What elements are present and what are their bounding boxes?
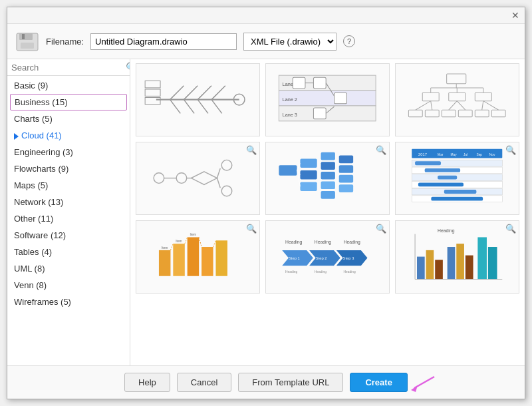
category-wireframes[interactable]: Wireframes (5) bbox=[7, 294, 130, 310]
svg-line-60 bbox=[217, 168, 221, 178]
svg-text:Item: Item bbox=[176, 240, 182, 244]
svg-text:Heading: Heading bbox=[344, 240, 361, 246]
template-card-9[interactable]: 🔍 Heading bbox=[395, 220, 519, 294]
new-diagram-dialog: ✕ Filename: XML File (.drawio) SVG (.svg… bbox=[7, 7, 525, 399]
svg-point-56 bbox=[221, 160, 232, 171]
svg-rect-123 bbox=[426, 250, 434, 280]
header-help-icon[interactable]: ? bbox=[343, 35, 355, 47]
category-engineering[interactable]: Engineering (3) bbox=[7, 144, 130, 160]
svg-rect-30 bbox=[447, 74, 466, 84]
close-button[interactable]: ✕ bbox=[510, 10, 521, 21]
svg-rect-73 bbox=[339, 175, 353, 183]
category-flowcharts[interactable]: Flowcharts (9) bbox=[7, 160, 130, 177]
search-input[interactable] bbox=[11, 63, 123, 73]
category-other[interactable]: Other (11) bbox=[7, 210, 130, 227]
template-diagram-5 bbox=[272, 146, 383, 210]
svg-rect-33 bbox=[475, 93, 492, 101]
svg-marker-55 bbox=[192, 172, 217, 184]
svg-rect-45 bbox=[475, 110, 489, 117]
svg-rect-74 bbox=[339, 185, 353, 193]
svg-line-52 bbox=[483, 101, 499, 110]
svg-text:Lane 2: Lane 2 bbox=[283, 97, 297, 102]
search-icon: 🔍 bbox=[126, 62, 130, 73]
help-button[interactable]: Help bbox=[124, 373, 170, 392]
svg-rect-98 bbox=[174, 244, 185, 277]
svg-rect-24 bbox=[314, 78, 327, 89]
svg-line-50 bbox=[458, 101, 466, 110]
category-basic[interactable]: Basic (9) bbox=[7, 77, 130, 94]
svg-rect-3 bbox=[21, 43, 34, 49]
template-card-6[interactable]: 🔍 2017 Mar May Jul Sep Nov bbox=[395, 142, 519, 215]
svg-text:Step 3: Step 3 bbox=[343, 257, 354, 261]
body-row: 🔍 Basic (9) Business (15) Charts (5) Clo… bbox=[7, 59, 525, 365]
sidebar: 🔍 Basic (9) Business (15) Charts (5) Clo… bbox=[7, 59, 130, 365]
svg-rect-126 bbox=[457, 244, 465, 280]
svg-rect-46 bbox=[492, 110, 506, 117]
svg-line-105 bbox=[213, 241, 216, 248]
category-cloud[interactable]: Cloud (41) bbox=[7, 127, 130, 144]
category-venn[interactable]: Venn (8) bbox=[7, 277, 130, 294]
svg-rect-16 bbox=[145, 98, 160, 104]
svg-text:Heading: Heading bbox=[315, 240, 332, 246]
svg-rect-96 bbox=[432, 197, 483, 201]
category-tables[interactable]: Tables (4) bbox=[7, 244, 130, 260]
svg-rect-68 bbox=[321, 172, 335, 180]
template-grid: Lane 1 Lane 2 Lane 3 bbox=[130, 59, 525, 365]
svg-text:Mar: Mar bbox=[438, 153, 444, 156]
svg-rect-101 bbox=[216, 241, 227, 276]
category-software[interactable]: Software (12) bbox=[7, 227, 130, 244]
svg-line-7 bbox=[198, 86, 212, 100]
category-charts[interactable]: Charts (5) bbox=[7, 110, 130, 127]
svg-line-10 bbox=[184, 100, 195, 114]
svg-rect-122 bbox=[417, 257, 425, 280]
template-card-3[interactable] bbox=[395, 63, 519, 136]
filename-input[interactable] bbox=[90, 33, 237, 50]
svg-rect-2 bbox=[22, 34, 25, 39]
svg-rect-129 bbox=[488, 247, 497, 280]
svg-text:Heading: Heading bbox=[344, 270, 356, 274]
svg-rect-127 bbox=[466, 256, 473, 280]
template-card-7[interactable]: 🔍 Item Item Item bbox=[136, 220, 260, 294]
svg-rect-128 bbox=[478, 238, 487, 280]
template-diagram-2: Lane 1 Lane 2 Lane 3 bbox=[272, 67, 383, 132]
template-url-button[interactable]: From Template URL bbox=[238, 373, 343, 392]
svg-line-103 bbox=[185, 238, 188, 244]
svg-line-47 bbox=[416, 101, 431, 110]
svg-rect-97 bbox=[159, 250, 170, 276]
category-network[interactable]: Network (13) bbox=[7, 194, 130, 210]
svg-rect-41 bbox=[409, 110, 423, 117]
svg-text:Jul: Jul bbox=[464, 153, 467, 156]
arrow-indicator bbox=[408, 373, 441, 393]
create-button[interactable]: Create bbox=[350, 373, 407, 392]
template-card-4[interactable]: 🔍 bbox=[136, 142, 260, 215]
filetype-select[interactable]: XML File (.drawio) SVG (.svg) PNG (.png) bbox=[243, 33, 336, 51]
zoom-icon-9: 🔍 bbox=[505, 224, 516, 234]
zoom-icon-7: 🔍 bbox=[246, 224, 257, 234]
svg-line-102 bbox=[171, 244, 174, 251]
zoom-icon-8: 🔍 bbox=[376, 224, 386, 234]
svg-text:Step 1: Step 1 bbox=[289, 257, 300, 261]
svg-text:2017: 2017 bbox=[418, 152, 427, 156]
svg-rect-67 bbox=[321, 162, 335, 170]
svg-rect-70 bbox=[321, 191, 335, 199]
category-business[interactable]: Business (15) bbox=[10, 94, 127, 110]
cancel-button[interactable]: Cancel bbox=[177, 373, 231, 392]
svg-line-61 bbox=[217, 178, 221, 188]
title-bar: ✕ bbox=[7, 7, 525, 24]
template-card-8[interactable]: 🔍 Heading Heading Heading Step 1 Step 2 … bbox=[265, 220, 390, 294]
svg-rect-94 bbox=[418, 183, 464, 187]
search-box: 🔍 bbox=[7, 59, 130, 76]
svg-rect-65 bbox=[301, 182, 317, 192]
svg-rect-32 bbox=[449, 93, 466, 101]
template-card-2[interactable]: Lane 1 Lane 2 Lane 3 bbox=[265, 63, 390, 136]
svg-text:Item: Item bbox=[190, 234, 196, 237]
category-maps[interactable]: Maps (5) bbox=[7, 177, 130, 194]
template-diagram-8: Heading Heading Heading Step 1 Step 2 St… bbox=[272, 224, 383, 289]
template-card-1[interactable] bbox=[136, 63, 260, 136]
svg-rect-124 bbox=[435, 260, 443, 280]
category-uml[interactable]: UML (8) bbox=[7, 260, 130, 277]
svg-rect-64 bbox=[301, 170, 317, 180]
template-card-5[interactable]: 🔍 bbox=[265, 142, 390, 215]
svg-rect-26 bbox=[314, 108, 327, 119]
svg-line-5 bbox=[170, 86, 184, 100]
